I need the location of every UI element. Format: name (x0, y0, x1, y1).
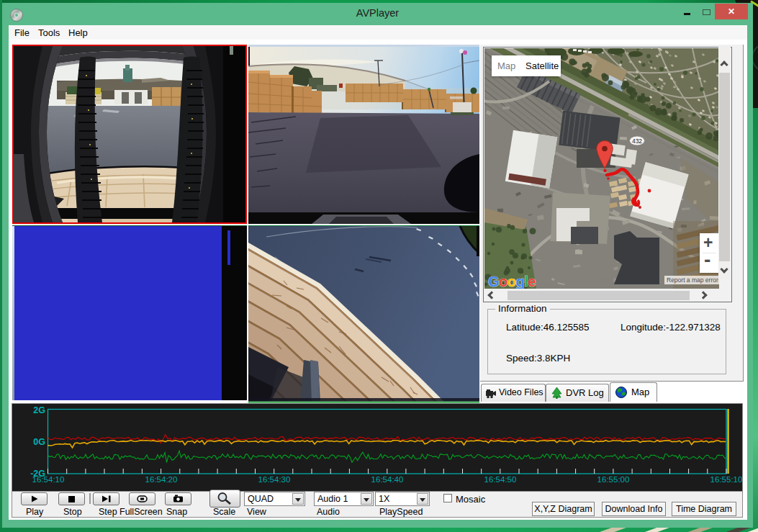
svg-text:Google: Google (488, 274, 536, 289)
svg-text:16:54:30: 16:54:30 (258, 475, 291, 484)
svg-text:Report a map error: Report a map error (667, 276, 718, 284)
svg-text:16:54:10: 16:54:10 (32, 475, 65, 484)
svg-text:16:54:40: 16:54:40 (371, 475, 404, 484)
svg-text:2G: 2G (33, 405, 45, 415)
svg-text:16:55:10: 16:55:10 (710, 475, 742, 484)
svg-text:16:55:00: 16:55:00 (597, 475, 630, 484)
svg-text:432: 432 (632, 137, 642, 145)
svg-text:0G: 0G (33, 437, 45, 447)
svg-text:16:54:50: 16:54:50 (484, 475, 517, 484)
svg-text:16:54:20: 16:54:20 (145, 475, 178, 484)
